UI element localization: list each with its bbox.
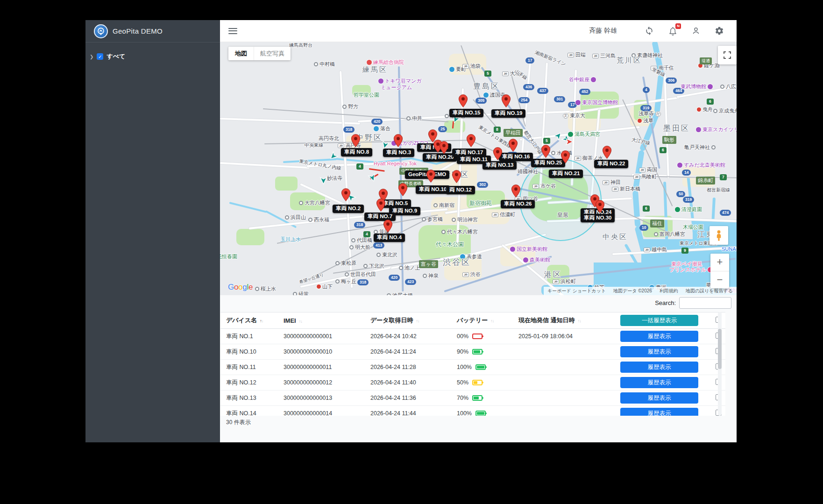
map-pin-icon[interactable] (602, 145, 612, 159)
vehicle-marker-label[interactable]: 車両 NO.4 (374, 234, 405, 242)
col-device-name[interactable]: デバイス名↑↓ (220, 316, 278, 325)
vehicle-marker-label[interactable]: 車両 NO.30 (581, 214, 615, 222)
vehicle-marker-label[interactable]: 車両 NO.3 (383, 149, 414, 157)
map-label: 国立新美術館 (510, 246, 547, 253)
user-account-icon[interactable] (691, 26, 701, 36)
checkbox-cell (703, 333, 725, 340)
map-pin-icon[interactable] (376, 198, 386, 212)
museum-poi-icon (510, 247, 515, 252)
vehicle-heading-arrow[interactable] (565, 138, 573, 146)
sort-icon[interactable]: ↑↓ (416, 319, 419, 323)
search-input[interactable] (679, 297, 731, 309)
map-pin-icon[interactable] (341, 188, 351, 202)
vehicle-marker-label[interactable]: 両 NO.12 (446, 186, 475, 194)
sidebar-item-all[interactable]: ❯ すべて (85, 52, 220, 61)
map-pin-icon[interactable] (383, 219, 393, 233)
station-icon (363, 264, 368, 268)
district-label: 荒川区 (617, 56, 642, 65)
all-devices-checkbox[interactable] (97, 53, 103, 60)
sort-icon[interactable]: ↑↓ (260, 319, 263, 323)
history-button[interactable]: 履歴表示 (620, 392, 698, 404)
col-battery[interactable]: バッテリー↑↓ (451, 316, 513, 325)
station-icon (445, 114, 449, 118)
sort-icon[interactable]: ↑↓ (299, 319, 302, 324)
history-button[interactable]: 履歴表示 (620, 377, 698, 388)
refresh-icon[interactable] (644, 26, 654, 36)
vehicle-marker-label[interactable]: 車両 NO.21 (549, 170, 583, 178)
chevron-right-icon[interactable]: ❯ (90, 54, 93, 59)
map-type-satellite-button[interactable]: 航空写真 (254, 47, 291, 60)
map-label: 代々木八幡宮 (441, 228, 478, 235)
vehicle-marker-label[interactable]: 車両 NO.22 (594, 160, 628, 168)
menu-icon[interactable] (228, 28, 237, 34)
col-notify-datetime[interactable]: 現在地発信 通知日時↑↓ (513, 316, 615, 325)
attribution-link[interactable]: キーボード ショートカット (547, 288, 606, 294)
map-pin-icon[interactable] (560, 150, 570, 164)
history-button[interactable]: 履歴表示 (620, 408, 698, 416)
vehicle-heading-arrow[interactable] (319, 177, 327, 185)
map-pin-icon[interactable] (511, 184, 521, 198)
map-pin-icon[interactable] (393, 134, 403, 148)
map-pin-icon[interactable] (398, 183, 408, 197)
map-label: 西永福 (308, 216, 329, 223)
vehicle-marker-label[interactable]: 車両 NO.15 (449, 109, 483, 117)
vehicle-marker-label[interactable]: 車両 NO.13 (482, 161, 517, 170)
top-header: 斉藤 幹雄 N (220, 20, 737, 42)
vehicle-marker-label[interactable]: 車両 NO.2 (333, 205, 364, 213)
table-row: 車両 NO.123000000000000122026-04-24 11:405… (220, 375, 725, 390)
vehicle-marker-label[interactable]: 車両 NO.26 (501, 200, 535, 208)
museum-poi-icon (378, 78, 383, 84)
history-button[interactable]: 履歴表示 (620, 362, 698, 373)
map-pin-icon[interactable] (508, 138, 518, 152)
search-label: Search: (654, 299, 676, 306)
zoom-out-button[interactable]: − (710, 271, 729, 289)
road-shield: 5 (484, 71, 491, 77)
device-table-body: 車両 NO.13000000000000012026-04-24 10:4200… (220, 329, 725, 416)
map-pin-icon[interactable] (452, 170, 461, 184)
map-pin-icon[interactable] (541, 144, 551, 158)
bulk-history-button[interactable]: 一括履歴表示 (620, 315, 698, 326)
map-label: Hyatt Regency Tok (374, 161, 417, 166)
map-label: JR三河島 (592, 52, 616, 59)
col-imei[interactable]: IMEI↑↓ (278, 317, 365, 324)
road-shield: 413 (373, 242, 384, 248)
map-pin-icon[interactable] (501, 94, 511, 108)
map[interactable]: 3184202530525443643730145217173023193184… (220, 42, 737, 295)
map-type-map-button[interactable]: 地図 (228, 47, 254, 60)
vehicle-heading-arrow[interactable] (381, 141, 389, 149)
history-cell: 履歴表示 (615, 377, 703, 388)
map-pin-icon[interactable] (351, 134, 361, 148)
sort-icon[interactable]: ↑↓ (578, 319, 581, 323)
attribution-link[interactable]: 利用規約 (660, 288, 678, 294)
table-scrollbar[interactable] (718, 312, 722, 416)
road-shield: 318 (343, 127, 355, 133)
attribution-link[interactable]: 地図の誤りを報告する (686, 288, 733, 294)
attribution-link[interactable]: 地図データ ©2026 (613, 288, 652, 294)
map-label: 玉川上水 (280, 236, 301, 243)
history-button[interactable]: 履歴表示 (620, 331, 698, 342)
col-data-datetime[interactable]: データ取得日時↑↓ (365, 316, 451, 325)
vehicle-marker-label[interactable]: 車両 NO.8 (341, 148, 372, 156)
vehicle-heading-arrow[interactable] (369, 174, 376, 182)
pegman-icon[interactable] (709, 226, 728, 245)
history-button[interactable]: 履歴表示 (620, 346, 698, 357)
vehicle-heading-arrow[interactable] (329, 152, 337, 160)
sort-icon[interactable]: ↑↓ (490, 319, 494, 323)
scrollbar-thumb[interactable] (718, 329, 722, 369)
map-pin-icon[interactable] (493, 147, 503, 161)
map-pin-icon[interactable] (595, 199, 605, 213)
vehicle-marker-label[interactable]: 車両 NO.19 (491, 109, 525, 118)
map-pin-icon[interactable] (466, 134, 476, 148)
vehicle-marker-label[interactable]: 車両 NO.10 (416, 185, 450, 194)
fullscreen-button[interactable] (718, 46, 737, 64)
settings-gear-icon[interactable] (714, 26, 724, 36)
vehicle-marker-label[interactable]: 車両 NO.16 (499, 153, 533, 161)
map-pin-icon[interactable] (458, 94, 468, 108)
notifications-bell-icon[interactable]: N (667, 26, 678, 36)
station-icon (387, 293, 391, 295)
zoom-in-button[interactable]: + (710, 254, 729, 271)
map-pin-icon[interactable] (426, 169, 436, 183)
map-pin-icon[interactable] (439, 141, 449, 155)
map-label: JR新日本橋 (612, 185, 640, 192)
map-label: 浅草 (638, 117, 653, 124)
